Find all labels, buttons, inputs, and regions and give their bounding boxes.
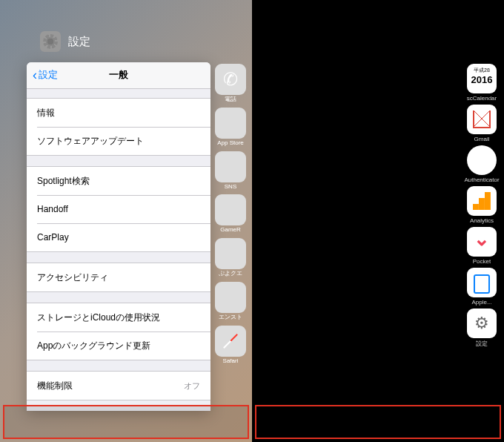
dock-item[interactable]: App Store xyxy=(215,108,246,147)
settings-row[interactable]: CarPlay xyxy=(27,223,210,251)
row-label: 情報 xyxy=(37,107,55,119)
dock-label: エンスト xyxy=(219,314,242,321)
apple-icon xyxy=(467,268,497,297)
highlight-box-left xyxy=(3,405,249,439)
puyo-icon xyxy=(215,238,246,269)
enst-icon xyxy=(215,282,246,313)
dock-label: scCalendar xyxy=(467,95,497,102)
chevron-left-icon: ‹ xyxy=(33,68,37,82)
app-header-label: 設定 xyxy=(68,35,90,49)
row-label: アクセシビリティ xyxy=(37,271,108,284)
auth-icon xyxy=(467,145,497,175)
gamer-icon xyxy=(215,194,246,225)
row-label: CarPlay xyxy=(37,232,69,243)
settings-row[interactable]: Handoff xyxy=(27,195,210,223)
row-label: Handoff xyxy=(37,204,68,214)
sett-icon xyxy=(467,309,497,338)
settings-row[interactable]: ストレージとiCloudの使用状況 xyxy=(27,303,210,332)
phone-icon xyxy=(215,64,246,95)
settings-row[interactable]: Appのバックグラウンド更新 xyxy=(27,332,210,360)
settings-row[interactable]: Spotlight検索 xyxy=(27,167,210,195)
settings-row[interactable]: 機能制限オフ xyxy=(27,372,210,400)
pocket-icon xyxy=(467,227,497,257)
gmail-icon xyxy=(467,105,497,134)
settings-icon xyxy=(40,31,61,52)
settings-row[interactable]: 情報 xyxy=(27,99,210,127)
row-label: Spotlight検索 xyxy=(37,175,90,188)
dock-label: ぷよクエ xyxy=(219,271,242,277)
dock-label: App Store xyxy=(217,140,244,147)
back-label: 設定 xyxy=(39,68,58,82)
appstore-icon xyxy=(215,108,246,139)
settings-card[interactable]: ‹ 設定 一般 情報ソフトウェアアップデートSpotlight検索Handoff… xyxy=(27,62,210,411)
back-button[interactable]: ‹ 設定 xyxy=(27,68,58,82)
row-label: Appのバックグラウンド更新 xyxy=(37,340,150,352)
row-label: ストレージとiCloudの使用状況 xyxy=(37,311,160,324)
settings-row[interactable]: アクセシビリティ xyxy=(27,263,210,291)
row-label: 機能制限 xyxy=(37,380,73,392)
row-label: ソフトウェアアップデート xyxy=(37,135,144,148)
navbar: ‹ 設定 一般 xyxy=(27,62,210,89)
dock-item[interactable]: Analytics xyxy=(467,186,497,224)
dock-item[interactable]: Pocket xyxy=(467,227,497,265)
dock-label: 設定 xyxy=(476,340,488,348)
dock-item[interactable]: GameR xyxy=(215,194,246,234)
dock-item[interactable]: ぷよクエ xyxy=(215,238,246,277)
left-screenshot: 設定 ‹ 設定 一般 情報ソフトウェアアップデートSpotlight検索Hand… xyxy=(0,0,252,442)
dock-item[interactable]: 設定 xyxy=(467,309,497,348)
dock-label: Pocket xyxy=(473,258,491,265)
right-screenshot: 写 設定 ‹ ⇪ ‹ 一般 Handoff Handoff Handoffを利用… xyxy=(252,0,504,442)
dock-label: GameR xyxy=(220,227,241,234)
left-dock: 電話App StoreSNSGameRぷよクエエンストSafari xyxy=(212,64,249,365)
dock-item[interactable]: エンスト xyxy=(215,282,246,321)
dock-item[interactable]: Apple... xyxy=(467,268,497,306)
analytics-icon xyxy=(467,186,497,216)
dock-label: Analytics xyxy=(470,217,494,224)
dock-label: Authenticator xyxy=(464,177,499,183)
settings-row[interactable]: ソフトウェアアップデート xyxy=(27,127,210,155)
dock-item[interactable]: Safari xyxy=(215,326,246,365)
safari-icon xyxy=(215,326,246,357)
dock-item[interactable]: SNS xyxy=(215,151,246,191)
right-dock: 平成282016scCalendarGmailAuthenticatorAnal… xyxy=(462,64,501,348)
dock-label: Safari xyxy=(223,358,239,365)
dock-item[interactable]: 平成282016scCalendar xyxy=(467,64,497,102)
dock-item[interactable]: Gmail xyxy=(467,105,497,142)
dock-item[interactable]: Authenticator xyxy=(464,145,499,183)
dock-label: 電話 xyxy=(225,96,236,103)
dock-label: Gmail xyxy=(474,136,490,142)
highlight-box-right xyxy=(255,405,501,439)
sns-icon xyxy=(215,151,246,182)
dock-label: Apple... xyxy=(471,299,491,306)
dock-label: SNS xyxy=(225,184,236,191)
cal-icon: 平成282016 xyxy=(467,64,497,93)
app-header: 設定 xyxy=(40,31,90,52)
row-value: オフ xyxy=(184,380,200,392)
dock-item[interactable]: 電話 xyxy=(215,64,246,103)
